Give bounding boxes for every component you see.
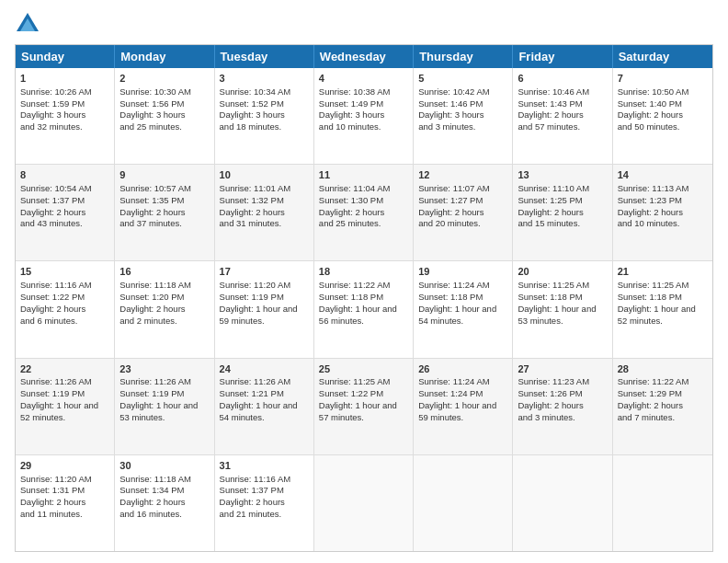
day-info-line: and 20 minutes. <box>418 218 507 230</box>
day-info-line: Sunrise: 11:07 AM <box>418 183 507 195</box>
day-info-line: Daylight: 3 hours <box>220 109 309 121</box>
day-info-line: Sunrise: 11:25 AM <box>618 280 708 292</box>
day-info-line: Sunrise: 10:50 AM <box>618 86 708 98</box>
day-info-line: Sunset: 1:37 PM <box>220 485 309 497</box>
day-info-line: and 43 minutes. <box>20 218 109 230</box>
day-info-line: 54 minutes. <box>418 316 507 327</box>
day-info-line: Sunset: 1:46 PM <box>418 98 507 110</box>
day-info-line: Sunset: 1:18 PM <box>319 292 408 304</box>
cal-week-3: 15Sunrise: 11:16 AMSunset: 1:22 PMDaylig… <box>16 261 712 358</box>
day-info-line: Sunrise: 11:26 AM <box>20 376 109 388</box>
header <box>15 11 713 37</box>
calendar-body: 1Sunrise: 10:26 AMSunset: 1:59 PMDayligh… <box>16 68 712 551</box>
cal-cell: 20Sunrise: 11:25 AMSunset: 1:18 PMDaylig… <box>513 261 612 357</box>
day-number: 29 <box>20 459 109 473</box>
day-info-line: Sunset: 1:18 PM <box>618 292 708 304</box>
day-info-line: Sunset: 1:27 PM <box>418 195 507 207</box>
day-number: 4 <box>319 72 408 86</box>
cal-header-thursday: Thursday <box>414 45 513 68</box>
day-info-line: 57 minutes. <box>319 412 408 424</box>
day-number: 5 <box>418 72 507 86</box>
day-info-line: Sunrise: 11:25 AM <box>319 376 408 388</box>
cal-cell: 21Sunrise: 11:25 AMSunset: 1:18 PMDaylig… <box>613 261 712 357</box>
cal-cell: 11Sunrise: 11:04 AMSunset: 1:30 PMDaylig… <box>314 165 414 260</box>
cal-cell: 17Sunrise: 11:20 AMSunset: 1:19 PMDaylig… <box>215 261 314 357</box>
day-info-line: Daylight: 2 hours <box>518 400 607 412</box>
day-info-line: Sunset: 1:18 PM <box>418 292 507 304</box>
day-info-line: Sunset: 1:37 PM <box>20 195 109 207</box>
day-number: 21 <box>618 265 708 279</box>
day-number: 13 <box>518 168 607 182</box>
day-info-line: Sunrise: 10:38 AM <box>319 86 408 98</box>
cal-cell: 30Sunrise: 11:18 AMSunset: 1:34 PMDaylig… <box>115 455 214 551</box>
day-info-line: Daylight: 3 hours <box>119 109 209 121</box>
day-info-line: Daylight: 1 hour and <box>319 304 408 316</box>
day-info-line: Sunset: 1:49 PM <box>319 98 408 110</box>
day-info-line: Sunrise: 11:18 AM <box>119 474 209 486</box>
cal-cell: 6Sunrise: 10:46 AMSunset: 1:43 PMDayligh… <box>513 68 612 164</box>
cal-cell <box>414 455 513 551</box>
day-number: 7 <box>618 72 708 86</box>
day-info-line: 59 minutes. <box>418 412 507 424</box>
cal-week-5: 29Sunrise: 11:20 AMSunset: 1:31 PMDaylig… <box>16 455 712 551</box>
day-info-line: Daylight: 1 hour and <box>119 400 209 412</box>
day-info-line: 54 minutes. <box>220 412 309 424</box>
cal-cell: 3Sunrise: 10:34 AMSunset: 1:52 PMDayligh… <box>215 68 314 164</box>
day-info-line: and 2 minutes. <box>119 316 209 327</box>
day-info-line: Daylight: 1 hour and <box>418 400 507 412</box>
day-info-line: Daylight: 2 hours <box>618 109 708 121</box>
day-info-line: and 25 minutes. <box>119 121 209 133</box>
day-info-line: and 32 minutes. <box>20 121 109 133</box>
day-number: 9 <box>119 168 209 182</box>
day-info-line: Sunrise: 10:54 AM <box>20 183 109 195</box>
day-info-line: and 21 minutes. <box>220 509 309 521</box>
cal-cell: 12Sunrise: 11:07 AMSunset: 1:27 PMDaylig… <box>414 165 513 260</box>
day-info-line: 53 minutes. <box>518 316 607 327</box>
cal-cell: 8Sunrise: 10:54 AMSunset: 1:37 PMDayligh… <box>16 165 115 260</box>
day-info-line: Sunrise: 10:30 AM <box>119 86 209 98</box>
day-info-line: Sunset: 1:23 PM <box>618 195 708 207</box>
day-info-line: Sunrise: 11:24 AM <box>418 280 507 292</box>
day-info-line: and 11 minutes. <box>20 509 109 521</box>
day-info-line: Sunrise: 11:26 AM <box>119 376 209 388</box>
cal-header-saturday: Saturday <box>613 45 712 68</box>
day-info-line: Daylight: 2 hours <box>518 207 607 219</box>
day-info-line: 56 minutes. <box>319 316 408 327</box>
day-number: 15 <box>20 265 109 279</box>
day-info-line: Sunrise: 11:01 AM <box>220 183 309 195</box>
day-info-line: Sunset: 1:24 PM <box>418 388 507 400</box>
day-info-line: and 37 minutes. <box>119 218 209 230</box>
logo <box>15 11 44 37</box>
day-info-line: Sunset: 1:19 PM <box>20 388 109 400</box>
cal-cell: 22Sunrise: 11:26 AMSunset: 1:19 PMDaylig… <box>16 359 115 454</box>
day-info-line: 53 minutes. <box>119 412 209 424</box>
day-number: 22 <box>20 362 109 376</box>
day-info-line: Daylight: 2 hours <box>618 400 708 412</box>
cal-week-2: 8Sunrise: 10:54 AMSunset: 1:37 PMDayligh… <box>16 165 712 261</box>
cal-cell: 23Sunrise: 11:26 AMSunset: 1:19 PMDaylig… <box>115 359 214 454</box>
day-number: 8 <box>20 168 109 182</box>
cal-cell: 27Sunrise: 11:23 AMSunset: 1:26 PMDaylig… <box>513 359 612 454</box>
day-number: 10 <box>220 168 309 182</box>
cal-cell: 9Sunrise: 10:57 AMSunset: 1:35 PMDayligh… <box>115 165 214 260</box>
day-number: 6 <box>518 72 607 86</box>
day-info-line: Sunset: 1:56 PM <box>119 98 209 110</box>
day-info-line: Daylight: 2 hours <box>119 497 209 509</box>
day-number: 12 <box>418 168 507 182</box>
day-info-line: Daylight: 1 hour and <box>220 304 309 316</box>
cal-header-tuesday: Tuesday <box>215 45 314 68</box>
day-info-line: Daylight: 2 hours <box>119 207 209 219</box>
day-number: 17 <box>220 265 309 279</box>
day-number: 19 <box>418 265 507 279</box>
day-number: 25 <box>319 362 408 376</box>
day-info-line: Daylight: 2 hours <box>119 304 209 316</box>
cal-cell: 29Sunrise: 11:20 AMSunset: 1:31 PMDaylig… <box>16 455 115 551</box>
day-info-line: Daylight: 2 hours <box>220 207 309 219</box>
day-info-line: Sunset: 1:40 PM <box>618 98 708 110</box>
day-info-line: and 7 minutes. <box>618 412 708 424</box>
cal-cell: 14Sunrise: 11:13 AMSunset: 1:23 PMDaylig… <box>613 165 712 260</box>
day-info-line: Sunrise: 10:42 AM <box>418 86 507 98</box>
day-number: 23 <box>119 362 209 376</box>
day-info-line: Daylight: 1 hour and <box>618 304 708 316</box>
cal-cell: 5Sunrise: 10:42 AMSunset: 1:46 PMDayligh… <box>414 68 513 164</box>
